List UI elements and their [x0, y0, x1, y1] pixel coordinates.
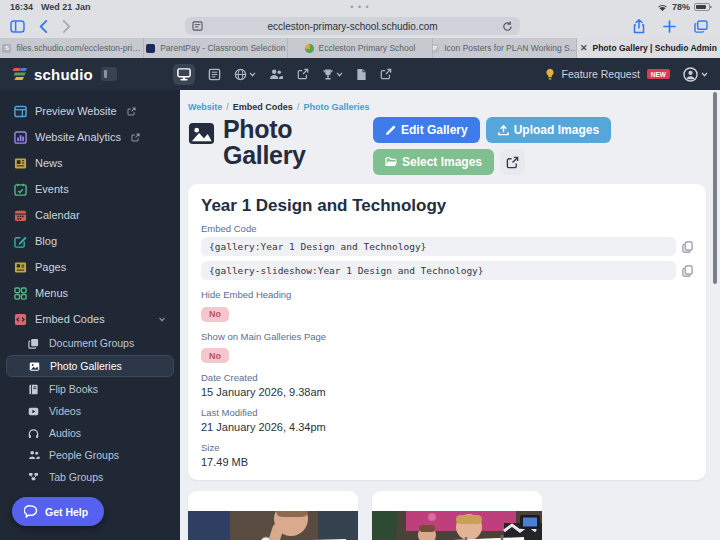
sidebar-item-label: Website Analytics [35, 131, 121, 143]
globe-icon [234, 68, 247, 81]
upload-images-label: Upload Images [514, 123, 599, 137]
tab-files-schudio[interactable]: S files.schudio.com/eccleston-pri… [0, 38, 144, 58]
embed-code-gallery[interactable]: {gallery:Year 1 Design and Technology} [201, 237, 676, 256]
video-icon [28, 406, 41, 417]
schudio-logo-mark [12, 67, 29, 82]
book-icon [28, 384, 41, 395]
date-text: Wed 21 Jan [41, 2, 90, 12]
sidebar-item-label: Pages [35, 261, 66, 273]
browser-window-icon [14, 105, 27, 118]
chevron-down-icon [701, 72, 708, 77]
sidebar-item-news[interactable]: News [0, 150, 180, 176]
tab-icon-posters[interactable]: P Icon Posters for PLAN Working S… [433, 38, 577, 58]
share-icon[interactable] [633, 19, 645, 34]
tab-title: Icon Posters for PLAN Working S… [444, 43, 577, 53]
forward-icon[interactable] [62, 20, 71, 33]
schudio-admin-header: schudio Feature Request NEW [0, 58, 720, 90]
sidebar-item-label: Menus [35, 287, 68, 299]
open-gallery-external-button[interactable] [500, 149, 525, 175]
address-bar[interactable]: eccleston-primary-school.schudio.com [185, 17, 520, 35]
account-menu[interactable] [683, 67, 708, 82]
upload-images-button[interactable]: Upload Images [486, 117, 611, 143]
tab-eccleston-school[interactable]: Eccleston Primary School [288, 38, 432, 58]
sidebar-item-label: People Groups [49, 449, 119, 461]
gallery-actions: Edit Gallery Upload Images Select Images [373, 117, 706, 175]
page-title: Photo Gallery [223, 117, 373, 168]
breadcrumb: Website / Embed Codes / Photo Galleries [188, 102, 706, 112]
safari-toolbar: eccleston-primary-school.schudio.com [0, 14, 720, 38]
sidebar-item-audios[interactable]: Audios [0, 422, 180, 444]
sidebar-item-website-analytics[interactable]: Website Analytics [0, 124, 180, 150]
embed-code-slideshow[interactable]: {gallery-slideshow:Year 1 Design and Tec… [201, 261, 676, 280]
breadcrumb-website[interactable]: Website [188, 102, 222, 112]
website-monitor-icon[interactable] [173, 64, 195, 85]
page-scrollbar[interactable] [713, 92, 717, 284]
sidebar-item-label: Events [35, 183, 69, 195]
get-help-button[interactable]: Get Help [12, 497, 104, 526]
edit-gallery-button[interactable]: Edit Gallery [373, 117, 480, 143]
news-feed-icon[interactable] [208, 68, 221, 81]
gallery-photo-card[interactable] [188, 491, 358, 540]
copy-docs-icon [28, 338, 41, 349]
file-icon[interactable] [356, 68, 367, 81]
date-created-value: 15 January 2026, 9.38am [201, 386, 693, 398]
sidebar-item-calendar[interactable]: Calendar [0, 202, 180, 228]
feature-request-link[interactable]: Feature Request [562, 68, 640, 80]
globe-menu[interactable] [234, 68, 256, 81]
tab-title: ParentPay - Classroom Selection [160, 43, 285, 53]
chevron-down-icon [249, 72, 256, 77]
external-link-icon[interactable] [380, 68, 392, 80]
back-icon[interactable] [39, 20, 48, 33]
size-label: Size [201, 442, 693, 453]
new-tab-icon[interactable] [663, 20, 676, 33]
multitask-indicator[interactable]: • • • [350, 2, 369, 12]
sidebar-item-people-groups[interactable]: People Groups [0, 444, 180, 466]
tabs-overview-icon[interactable] [694, 20, 708, 33]
users-icon [28, 450, 41, 460]
bar-chart-icon [14, 131, 27, 144]
gallery-heading: Year 1 Design and Technology [201, 196, 693, 216]
sidebar-item-events[interactable]: Events [0, 176, 180, 202]
external-link-icon[interactable] [297, 68, 309, 80]
sidebar-item-document-groups[interactable]: Document Groups [0, 332, 180, 354]
tab-title: files.schudio.com/eccleston-pri… [16, 43, 140, 53]
code-icon [14, 313, 27, 326]
sidebar-item-menus[interactable]: Menus [0, 280, 180, 306]
embed-code-label: Embed Code [201, 223, 693, 234]
get-help-label: Get Help [45, 506, 88, 518]
gallery-photo-1 [188, 511, 358, 540]
sidebar-item-embed-codes[interactable]: Embed Codes [0, 306, 180, 332]
tab-photo-gallery-active[interactable]: ✕ Photo Gallery | Schudio Admin [577, 38, 720, 58]
edit-gallery-label: Edit Gallery [401, 123, 468, 137]
sidebar-item-flip-books[interactable]: Flip Books [0, 378, 180, 400]
sidebar-collapse-icon[interactable] [101, 67, 117, 81]
sidebar-item-preview-website[interactable]: Preview Website [0, 98, 180, 124]
copy-icon[interactable] [682, 265, 693, 277]
awards-menu[interactable] [322, 68, 343, 81]
sidebar-item-label: Audios [49, 427, 81, 439]
breadcrumb-photo-galleries[interactable]: Photo Galleries [303, 102, 369, 112]
sidebar-item-blog[interactable]: Blog [0, 228, 180, 254]
sidebar-item-photo-galleries[interactable]: Photo Galleries [6, 355, 174, 377]
schudio-logo[interactable]: schudio [12, 66, 93, 83]
reader-icon[interactable] [192, 21, 203, 31]
sidebar-item-tab-groups[interactable]: Tab Groups [0, 466, 180, 488]
sidebar-item-videos[interactable]: Videos [0, 400, 180, 422]
tab-title: Photo Gallery | Schudio Admin [593, 43, 717, 53]
sidebar-item-pages[interactable]: Pages [0, 254, 180, 280]
copy-icon[interactable] [682, 241, 693, 253]
battery-percent: 78% [672, 2, 690, 12]
people-icon[interactable] [269, 68, 284, 80]
tab-parentpay[interactable]: ParentPay - Classroom Selection [144, 38, 288, 58]
pencil-icon [385, 125, 396, 136]
sidebar-toggle-icon[interactable] [10, 20, 25, 33]
close-tab-icon[interactable]: ✕ [580, 43, 588, 53]
gallery-photo-card[interactable] [372, 491, 542, 540]
breadcrumb-embed-codes[interactable]: Embed Codes [233, 102, 293, 112]
reload-icon[interactable] [502, 21, 513, 32]
select-images-button[interactable]: Select Images [373, 149, 494, 175]
battery-icon [694, 3, 710, 11]
schudio-files-favicon: S [2, 44, 11, 53]
image-icon [29, 361, 42, 372]
gallery-thumbnails [188, 491, 706, 540]
